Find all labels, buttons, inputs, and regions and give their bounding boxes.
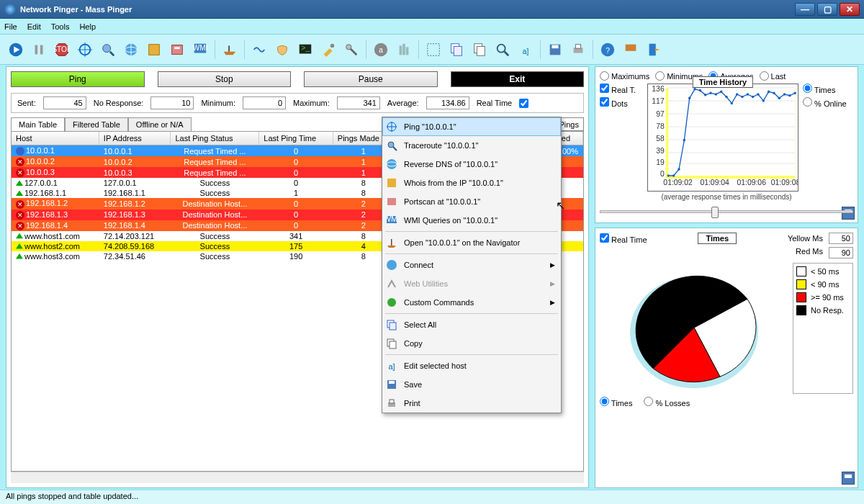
ctx-edit[interactable]: a]Edit selected host [382,356,561,375]
pie-chart [600,263,788,394]
stop-button[interactable]: Stop [158,71,292,87]
realtime-checkbox[interactable] [519,99,528,108]
copy-icon[interactable] [469,40,490,60]
minimize-button[interactable]: — [795,3,815,16]
red-ms-input[interactable] [829,247,853,258]
toolbar: STOP WMI >_ a a] ? [0,35,864,65]
whois-icon[interactable] [144,40,164,60]
ctx-selall[interactable]: Select All [382,315,561,334]
ctx-label: Connect [404,261,433,269]
info-a-icon[interactable]: a [371,40,391,60]
ping-button[interactable]: Ping [11,71,145,87]
save-chart-icon[interactable] [842,207,855,220]
tools-icon[interactable] [318,40,338,60]
yellow-ms-input[interactable] [829,233,853,244]
pause-icon[interactable] [29,40,49,60]
radio-times[interactable]: Times [803,84,853,94]
svg-text:01:09:06: 01:09:06 [737,178,765,186]
ctx-label: Web Utilities [404,279,448,288]
maximize-button[interactable]: ▢ [817,3,837,16]
print-icon [385,397,398,410]
radio-pctonline[interactable]: % Online [803,97,853,108]
stop-icon[interactable]: STOP [52,40,72,60]
svg-point-77 [715,93,717,96]
globe-icon[interactable] [121,40,141,60]
print-icon[interactable] [568,40,588,60]
ctx-wmi[interactable]: WMIWMI Queries on "10.0.0.1" [382,211,561,230]
connect-icon[interactable] [249,40,269,60]
svg-text:0: 0 [660,169,665,178]
exit-button[interactable]: Exit [451,71,585,87]
svg-point-22 [330,43,335,48]
min-label: Minimum: [201,99,235,107]
menu-tools[interactable]: Tools [51,22,70,31]
dots-checkbox[interactable]: Dots [600,97,643,108]
sent-label: Sent: [17,99,36,107]
door-exit-icon[interactable] [644,40,664,60]
svg-text:97: 97 [656,109,665,118]
help-icon[interactable]: ? [598,40,618,60]
radio-pietimes[interactable]: Times [600,397,632,408]
ctx-print[interactable]: Print [382,394,561,413]
ctx-trace[interactable]: Traceroute "10.0.0.1" [382,136,561,155]
ctx-ping[interactable]: Ping "10.0.0.1" [382,117,561,136]
ctx-rdns[interactable]: Reverse DNS of "10.0.0.1" [382,155,561,174]
flag-icon[interactable] [621,40,641,60]
menu-bar: File Edit Tools Help [0,19,864,35]
ctx-save[interactable]: Save [382,375,561,394]
shell-icon[interactable] [272,40,292,60]
menu-help[interactable]: Help [79,22,96,31]
ctx-connect[interactable]: Connect▶ [382,256,561,274]
close-button[interactable]: ✕ [840,3,860,16]
ctx-port[interactable]: Portscan at "10.0.0.1" [382,192,561,211]
ctx-whois[interactable]: Whois from the IP "10.0.0.1" [382,174,561,192]
legend-row: < 50 ms [796,266,850,276]
key-icon[interactable] [341,40,361,60]
port-icon[interactable] [167,40,187,60]
selectall-icon[interactable] [446,40,467,60]
realT-checkbox[interactable]: Real T. [600,84,643,94]
pause-button[interactable]: Pause [304,71,438,87]
col-header[interactable]: Last Ping Status [171,132,259,145]
col-header[interactable]: Last Ping Time [259,132,333,145]
radio-max[interactable]: Maximums [600,71,649,81]
building-icon[interactable] [394,40,414,60]
menu-file[interactable]: File [4,22,17,31]
horizontal-scrollbar[interactable] [11,472,584,483]
radio-pielosses[interactable]: % Losses [644,397,690,408]
save-pie-icon[interactable] [842,472,855,485]
tab-offline[interactable]: Offline or N/A [128,117,192,131]
ctx-copy[interactable]: Copy [382,334,561,353]
save-icon[interactable] [545,40,565,60]
toolbar-separator [366,40,366,59]
col-header[interactable]: Host [12,132,99,145]
pie-rt-checkbox[interactable]: Real Time [600,233,647,244]
play-icon[interactable] [6,40,26,60]
tab-filtered[interactable]: Filtered Table [65,117,128,131]
svg-rect-3 [40,45,43,54]
ship-icon[interactable] [220,40,240,60]
menu-edit[interactable]: Edit [27,22,41,31]
stats-row: Sent: 45 No Response: 10 Minimum: 0 Maxi… [11,93,584,113]
tab-main[interactable]: Main Table [11,117,65,131]
ctx-label: Whois from the IP "10.0.0.1" [404,179,503,187]
zoom-slider[interactable] [600,205,853,218]
ctx-custom[interactable]: Custom Commands▶ [382,293,561,312]
timechart-title: Time History [693,76,753,88]
svg-rect-16 [174,47,179,49]
ctx-label: Custom Commands [404,298,474,307]
target-icon[interactable] [75,40,95,60]
svg-text:39: 39 [656,146,665,155]
col-header[interactable]: IP Address [99,132,171,145]
search-icon[interactable] [492,40,513,60]
svg-rect-111 [390,341,396,348]
edit-host-icon[interactable]: a] [516,40,536,60]
console-icon[interactable]: >_ [295,40,315,60]
traceroute-icon[interactable] [98,40,118,60]
radio-last[interactable]: Last [760,71,786,81]
ctx-label: WMI Queries on "10.0.0.1" [404,216,498,225]
selectall-2-icon[interactable] [423,40,444,60]
ctx-open[interactable]: Open "10.0.0.1" on the Navigator [382,233,561,252]
wmi-icon[interactable]: WMI [190,40,210,60]
toolbar-separator [540,40,541,59]
